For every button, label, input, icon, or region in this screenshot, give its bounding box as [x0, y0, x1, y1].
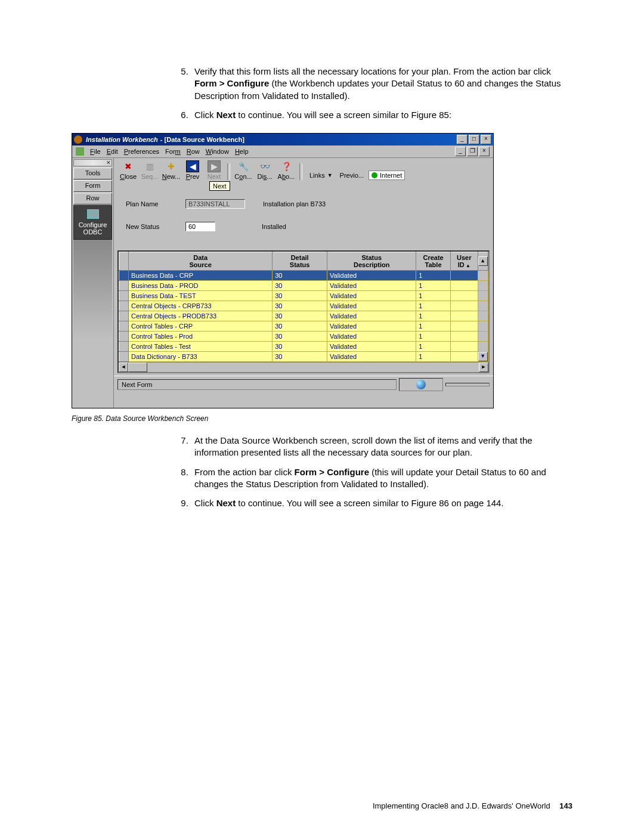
plan-name-input[interactable]: B733INSTALL	[185, 199, 245, 209]
cell-ct[interactable]: 1	[416, 332, 450, 342]
tb-next[interactable]: ▶Next	[203, 160, 225, 180]
menu-window[interactable]: Window	[206, 148, 229, 155]
table-row[interactable]: Data Dictionary - B73330Validated1▼	[119, 352, 488, 362]
cell-uid[interactable]	[450, 281, 478, 291]
cell-ct[interactable]: 1	[416, 311, 450, 321]
mdi-minimize-button[interactable]: _	[455, 147, 466, 156]
maximize-button[interactable]: □	[469, 135, 479, 144]
tb-abo[interactable]: ❓Abo...	[275, 160, 297, 180]
cell-ds[interactable]: Business Data - TEST	[129, 291, 273, 301]
menu-form[interactable]: Form	[165, 148, 181, 155]
cell-sdesc[interactable]: Validated	[327, 311, 416, 321]
cell-sdesc[interactable]: Validated	[327, 291, 416, 301]
cell-ds[interactable]: Control Tables - Test	[129, 342, 273, 352]
cell-sdesc[interactable]: Validated	[327, 352, 416, 362]
cell-sdesc[interactable]: Validated	[327, 321, 416, 332]
mdi-close-button[interactable]: ×	[479, 147, 490, 156]
vscroll-down[interactable]: ▼	[478, 352, 488, 361]
cell-sdesc[interactable]: Validated	[327, 301, 416, 311]
menu-edit[interactable]: Edit	[107, 148, 118, 155]
col-data-source[interactable]: DataSource	[129, 252, 273, 271]
menu-file[interactable]: File	[90, 148, 101, 155]
cell-sdesc[interactable]: Validated	[327, 342, 416, 352]
cell-detail[interactable]: 30	[273, 311, 327, 321]
cell-ds[interactable]: Central Objects - CRPB733	[129, 301, 273, 311]
table-row[interactable]: Control Tables - CRP30Validated1	[119, 321, 488, 332]
cell-detail[interactable]: 30	[273, 281, 327, 291]
cell-ds[interactable]: Control Tables - Prod	[129, 332, 273, 342]
hscroll-thumb[interactable]	[128, 363, 147, 372]
cell-uid[interactable]	[450, 291, 478, 301]
cell-uid[interactable]	[450, 352, 478, 362]
horizontal-scrollbar[interactable]: ◄ ►	[119, 362, 488, 372]
cell-ds[interactable]: Data Dictionary - B733	[129, 352, 273, 362]
page-footer: Implementing Oracle8 and J.D. Edwards' O…	[72, 801, 572, 810]
left-btn-configure-odbc[interactable]: Configure ODBC	[73, 205, 112, 240]
cell-ds[interactable]: Central Objects - PRODB733	[129, 311, 273, 321]
data-grid[interactable]: DataSource DetailStatus StatusDescriptio…	[117, 250, 490, 373]
cell-detail[interactable]: 30	[273, 301, 327, 311]
table-row[interactable]: Control Tables - Prod30Validated1	[119, 332, 488, 342]
vscroll-up[interactable]: ▲	[478, 252, 488, 271]
tb-dis[interactable]: 👓Dis...	[254, 160, 275, 180]
tb-con[interactable]: 🔧Con...	[233, 160, 254, 180]
cell-detail[interactable]: 30	[273, 352, 327, 362]
cell-sdesc[interactable]: Validated	[327, 271, 416, 281]
cell-uid[interactable]	[450, 271, 478, 281]
cell-detail[interactable]: 30	[273, 271, 327, 281]
table-row[interactable]: Business Data - TEST30Validated1	[119, 291, 488, 301]
left-panel-handle[interactable]: ⨯	[73, 159, 112, 166]
minimize-button[interactable]: _	[457, 135, 467, 144]
menu-row[interactable]: Row	[187, 148, 200, 155]
tb-close[interactable]: ✖Close	[117, 160, 139, 180]
hscroll-right[interactable]: ►	[479, 363, 488, 372]
cell-uid[interactable]	[450, 321, 478, 332]
menu-preferences[interactable]: Preferences	[124, 148, 159, 155]
cell-detail[interactable]: 30	[273, 342, 327, 352]
col-status-description[interactable]: StatusDescription	[327, 252, 416, 271]
cell-ct[interactable]: 1	[416, 301, 450, 311]
table-row[interactable]: Business Data - PROD30Validated1	[119, 281, 488, 291]
cell-ct[interactable]: 1	[416, 271, 450, 281]
step-7: At the Data Source Workbench screen, scr…	[191, 435, 572, 459]
cell-detail[interactable]: 30	[273, 321, 327, 332]
col-create-table[interactable]: CreateTable	[416, 252, 450, 271]
cell-detail[interactable]: 30	[273, 332, 327, 342]
menu-app-icon	[76, 147, 84, 156]
cell-ct[interactable]: 1	[416, 352, 450, 362]
col-detail-status[interactable]: DetailStatus	[273, 252, 327, 271]
cell-uid[interactable]	[450, 342, 478, 352]
cell-uid[interactable]	[450, 332, 478, 342]
left-btn-row[interactable]: Row	[73, 193, 112, 205]
cell-ct[interactable]: 1	[416, 281, 450, 291]
tb-previo[interactable]: Previo...	[340, 172, 364, 179]
cell-ct[interactable]: 1	[416, 291, 450, 301]
cell-ds[interactable]: Business Data - PROD	[129, 281, 273, 291]
table-row[interactable]: Business Data - CRP30Validated1	[119, 271, 488, 281]
tb-new[interactable]: ✚New...	[160, 160, 182, 180]
cell-sdesc[interactable]: Validated	[327, 332, 416, 342]
cell-uid[interactable]	[450, 311, 478, 321]
table-row[interactable]: Control Tables - Test30Validated1	[119, 342, 488, 352]
table-row[interactable]: Central Objects - CRPB73330Validated1	[119, 301, 488, 311]
tb-internet[interactable]: Internet	[369, 171, 405, 180]
cell-detail[interactable]: 30	[273, 291, 327, 301]
left-btn-tools[interactable]: Tools	[73, 168, 112, 179]
hscroll-left[interactable]: ◄	[119, 363, 128, 372]
toolbar: ✖Close ▥Seq... ✚New... ◀Prev ▶Next 🔧Con.…	[114, 158, 493, 181]
cell-ds[interactable]: Control Tables - CRP	[129, 321, 273, 332]
left-btn-form[interactable]: Form	[73, 180, 112, 192]
menu-help[interactable]: Help	[235, 148, 249, 155]
tb-links[interactable]: Links▼	[309, 172, 335, 179]
new-status-input[interactable]: 60	[185, 222, 215, 231]
cell-uid[interactable]	[450, 301, 478, 311]
col-user-id[interactable]: UserID	[450, 252, 478, 271]
table-row[interactable]: Central Objects - PRODB73330Validated1	[119, 311, 488, 321]
mdi-restore-button[interactable]: ❐	[467, 147, 478, 156]
cell-ct[interactable]: 1	[416, 342, 450, 352]
close-window-button[interactable]: ×	[481, 135, 491, 144]
cell-ds[interactable]: Business Data - CRP	[129, 271, 273, 281]
cell-sdesc[interactable]: Validated	[327, 281, 416, 291]
tb-prev[interactable]: ◀Prev	[182, 160, 203, 180]
cell-ct[interactable]: 1	[416, 321, 450, 332]
